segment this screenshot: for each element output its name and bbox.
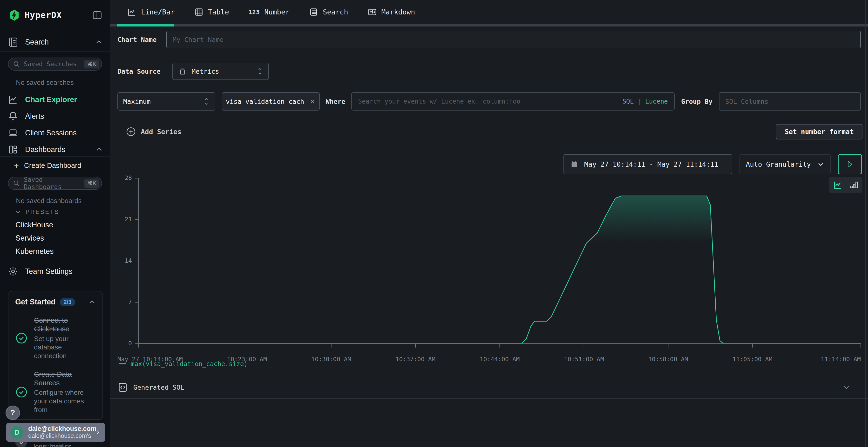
tab-markdown[interactable]: Markdown — [358, 0, 425, 24]
granularity-select[interactable]: Auto Granularity — [740, 154, 831, 174]
series-row: Maximum visa_validation_cach Where Searc… — [117, 92, 861, 110]
check-circle-icon — [15, 332, 28, 344]
step-title: Create Data Sources — [34, 370, 96, 387]
tab-line-bar[interactable]: Line/Bar — [117, 0, 184, 24]
no-saved-searches-note: No saved searches — [16, 79, 74, 87]
table-icon — [194, 7, 204, 17]
preset-services[interactable]: Services — [16, 234, 44, 243]
get-started-header[interactable]: Get Started 2/3 — [15, 298, 96, 306]
add-series-button[interactable]: Add Series — [126, 127, 182, 137]
hyperdx-logo-icon — [8, 9, 20, 21]
chart-name-input[interactable] — [166, 31, 861, 48]
tab-label: Search — [323, 8, 348, 16]
metric-field-name: visa_validation_cach — [226, 98, 304, 105]
plus-icon: + — [14, 161, 19, 170]
presets-label: PRESETS — [26, 209, 59, 215]
set-number-format-button[interactable]: Set number format — [776, 124, 863, 139]
x-axis-label: 11:14:00 AM — [821, 356, 861, 363]
close-icon[interactable] — [309, 98, 316, 105]
chevron-down-icon — [842, 383, 850, 391]
language-separator: | — [638, 98, 641, 105]
app-title: HyperDX — [25, 10, 62, 20]
tab-label: Markdown — [381, 8, 415, 16]
calendar-icon — [570, 160, 579, 168]
preset-clickhouse[interactable]: ClickHouse — [16, 220, 53, 229]
get-started-step-1[interactable]: Connect to ClickHouse Set up your databa… — [15, 316, 96, 360]
aggregation-value: Maximum — [123, 98, 151, 105]
tab-label: Table — [208, 8, 229, 16]
chart-canvas — [138, 178, 861, 344]
plus-circle-icon — [126, 127, 136, 137]
legend-series-swatch — [119, 364, 126, 365]
saved-dashboards-placeholder: Saved Dashboards — [24, 176, 84, 191]
divider — [0, 51, 110, 51]
aggregation-select[interactable]: Maximum — [117, 92, 215, 110]
get-started-progress-badge: 2/3 — [60, 298, 75, 306]
legend-series-name: max(visa_validation_cache.size) — [131, 360, 248, 368]
add-series-label: Add Series — [141, 128, 182, 136]
sidebar-item-chart-explorer[interactable]: Chart Explorer — [8, 94, 103, 105]
x-axis-label: 10:37:00 AM — [396, 356, 435, 363]
where-search-input[interactable]: Search your events w/ Lucene ex. column:… — [351, 92, 675, 110]
run-query-button[interactable] — [838, 154, 862, 174]
generated-sql-accordion[interactable]: Generated SQL — [110, 376, 868, 399]
create-dashboard-label: Create Dashboard — [24, 162, 81, 170]
saved-dashboards-input[interactable]: Saved Dashboards ⌘K — [8, 177, 102, 190]
saved-searches-input[interactable]: Saved Searches ⌘K — [8, 58, 102, 71]
sidebar-section-search[interactable]: Search — [8, 37, 103, 48]
bell-icon — [8, 111, 18, 122]
scrollbar[interactable] — [865, 0, 866, 447]
search-icon — [13, 61, 20, 68]
data-source-label: Data Source — [117, 68, 173, 75]
chart-toolbar: May 27 10:14:11 - May 27 11:14:11 Auto G… — [563, 154, 862, 174]
y-axis-label: 21 — [112, 216, 132, 223]
get-started-step-2[interactable]: Create Data Sources Configure where your… — [15, 370, 96, 414]
chevron-up-icon — [89, 299, 96, 306]
chart-line-icon — [8, 94, 18, 105]
user-menu[interactable]: D dale@clickhouse.com dale@clickhouse.co… — [6, 423, 105, 442]
where-placeholder: Search your events w/ Lucene ex. column:… — [358, 98, 520, 105]
sql-toggle[interactable]: SQL — [622, 98, 633, 105]
series-actions-row: Add Series Set number format — [117, 123, 863, 140]
date-range-value: May 27 10:14:11 - May 27 11:14:11 — [584, 161, 718, 168]
create-dashboard-button[interactable]: + Create Dashboard — [14, 161, 81, 170]
divider — [110, 86, 868, 86]
lucene-toggle[interactable]: Lucene — [645, 98, 668, 105]
help-button[interactable]: ? — [5, 406, 20, 420]
sidebar-item-alerts[interactable]: Alerts — [8, 111, 103, 122]
data-source-select[interactable]: Metrics — [173, 63, 269, 80]
sidebar-item-label: Chart Explorer — [25, 95, 77, 104]
sidebar-item-team-settings[interactable]: Team Settings — [8, 266, 103, 277]
line-chart-toggle-icon[interactable] — [833, 180, 843, 190]
chart-display-toggle — [829, 177, 863, 193]
step-title: Connect to ClickHouse — [34, 316, 96, 334]
metric-field-tag[interactable]: visa_validation_cach — [222, 92, 320, 110]
tab-table[interactable]: Table — [184, 0, 239, 24]
chart-legend[interactable]: max(visa_validation_cache.size) — [119, 360, 248, 368]
presets-toggle[interactable]: PRESETS — [15, 209, 59, 215]
sidebar-item-client-sessions[interactable]: Client Sessions — [8, 128, 103, 138]
y-axis-label: 7 — [112, 299, 132, 305]
chevron-up-icon — [95, 38, 103, 46]
chevron-down-icon — [15, 209, 21, 215]
tab-number[interactable]: 123 Number — [239, 0, 299, 24]
logo-row: HyperDX — [8, 9, 102, 21]
sidebar-collapse-icon[interactable] — [92, 10, 102, 21]
group-by-input[interactable] — [719, 92, 861, 110]
bar-chart-toggle-icon[interactable] — [850, 180, 858, 190]
document-list-icon — [309, 7, 318, 17]
tab-search[interactable]: Search — [299, 0, 358, 24]
chart-name-label: Chart Name — [117, 36, 166, 43]
play-icon — [846, 160, 854, 168]
group-by-label: Group By — [681, 98, 712, 105]
date-range-picker[interactable]: May 27 10:14:11 - May 27 11:14:11 — [563, 154, 732, 174]
check-circle-icon — [15, 386, 28, 398]
preset-kubernetes[interactable]: Kubernetes — [16, 247, 54, 256]
sidebar-item-label: Alerts — [25, 112, 44, 121]
step-desc: Configure where your data comes from — [34, 388, 96, 414]
data-source-row: Data Source Metrics — [117, 63, 861, 80]
chart-type-tabs: Line/Bar Table 123 Number Search — [117, 0, 425, 24]
sidebar-item-label: Dashboards — [25, 145, 65, 154]
sidebar-item-dashboards[interactable]: Dashboards — [8, 144, 103, 155]
select-updown-icon — [257, 66, 263, 76]
